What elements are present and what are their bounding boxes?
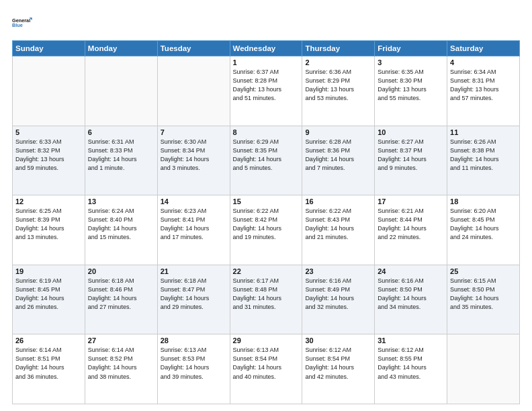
calendar-cell: 27Sunrise: 6:14 AMSunset: 8:52 PMDayligh… [85, 334, 157, 404]
day-info: Sunrise: 6:18 AMSunset: 8:46 PMDaylight:… [88, 277, 154, 312]
day-number: 6 [88, 128, 154, 136]
calendar-week-row: 19Sunrise: 6:19 AMSunset: 8:45 PMDayligh… [13, 265, 520, 334]
calendar-cell [13, 56, 85, 126]
day-info: Sunrise: 6:14 AMSunset: 8:52 PMDaylight:… [88, 346, 154, 381]
calendar-cell: 15Sunrise: 6:22 AMSunset: 8:42 PMDayligh… [230, 195, 302, 265]
calendar-cell: 23Sunrise: 6:16 AMSunset: 8:49 PMDayligh… [302, 265, 375, 334]
day-info: Sunrise: 6:36 AMSunset: 8:29 PMDaylight:… [305, 68, 371, 103]
weekday-header-thursday: Thursday [302, 41, 375, 56]
calendar-cell: 9Sunrise: 6:28 AMSunset: 8:36 PMDaylight… [302, 126, 375, 195]
calendar-cell [157, 56, 230, 126]
day-number: 9 [305, 128, 371, 136]
calendar-cell: 14Sunrise: 6:23 AMSunset: 8:41 PMDayligh… [157, 195, 230, 265]
day-number: 14 [161, 197, 227, 205]
calendar-cell: 22Sunrise: 6:17 AMSunset: 8:48 PMDayligh… [230, 265, 302, 334]
calendar-cell: 19Sunrise: 6:19 AMSunset: 8:45 PMDayligh… [13, 265, 85, 334]
calendar-cell: 26Sunrise: 6:14 AMSunset: 8:51 PMDayligh… [13, 334, 85, 404]
day-info: Sunrise: 6:25 AMSunset: 8:39 PMDaylight:… [15, 207, 82, 242]
calendar-cell: 18Sunrise: 6:20 AMSunset: 8:45 PMDayligh… [447, 195, 520, 265]
day-info: Sunrise: 6:37 AMSunset: 8:28 PMDaylight:… [233, 68, 300, 103]
weekday-header-monday: Monday [85, 41, 157, 56]
day-info: Sunrise: 6:27 AMSunset: 8:37 PMDaylight:… [378, 138, 444, 173]
calendar-week-row: 1Sunrise: 6:37 AMSunset: 8:28 PMDaylight… [13, 56, 520, 126]
day-info: Sunrise: 6:24 AMSunset: 8:40 PMDaylight:… [88, 207, 154, 242]
day-info: Sunrise: 6:21 AMSunset: 8:44 PMDaylight:… [378, 207, 444, 242]
calendar-week-row: 12Sunrise: 6:25 AMSunset: 8:39 PMDayligh… [13, 195, 520, 265]
weekday-header-friday: Friday [375, 41, 447, 56]
day-number: 23 [305, 267, 371, 275]
day-info: Sunrise: 6:16 AMSunset: 8:49 PMDaylight:… [305, 277, 371, 312]
day-info: Sunrise: 6:16 AMSunset: 8:50 PMDaylight:… [378, 277, 444, 312]
calendar-cell: 17Sunrise: 6:21 AMSunset: 8:44 PMDayligh… [375, 195, 447, 265]
calendar-cell: 6Sunrise: 6:31 AMSunset: 8:33 PMDaylight… [85, 126, 157, 195]
calendar-cell: 31Sunrise: 6:12 AMSunset: 8:55 PMDayligh… [375, 334, 447, 404]
day-number: 20 [88, 267, 154, 275]
day-info: Sunrise: 6:30 AMSunset: 8:34 PMDaylight:… [161, 138, 227, 173]
page: GeneralBlue SundayMondayTuesdayWednesday… [0, 0, 532, 411]
day-info: Sunrise: 6:20 AMSunset: 8:45 PMDaylight:… [450, 207, 517, 242]
day-number: 16 [305, 197, 371, 205]
day-info: Sunrise: 6:13 AMSunset: 8:53 PMDaylight:… [161, 346, 227, 381]
calendar-cell: 30Sunrise: 6:12 AMSunset: 8:54 PMDayligh… [302, 334, 375, 404]
calendar-cell: 10Sunrise: 6:27 AMSunset: 8:37 PMDayligh… [375, 126, 447, 195]
calendar-cell: 4Sunrise: 6:34 AMSunset: 8:31 PMDaylight… [447, 56, 520, 126]
day-info: Sunrise: 6:13 AMSunset: 8:54 PMDaylight:… [233, 346, 300, 381]
day-number: 13 [88, 197, 154, 205]
weekday-header-wednesday: Wednesday [230, 41, 302, 56]
weekday-header-sunday: Sunday [13, 41, 85, 56]
day-number: 7 [161, 128, 227, 136]
day-number: 28 [161, 336, 227, 345]
day-info: Sunrise: 6:22 AMSunset: 8:42 PMDaylight:… [233, 207, 300, 242]
day-number: 19 [15, 267, 82, 275]
calendar-cell: 1Sunrise: 6:37 AMSunset: 8:28 PMDaylight… [230, 56, 302, 126]
calendar-cell: 8Sunrise: 6:29 AMSunset: 8:35 PMDaylight… [230, 126, 302, 195]
calendar-cell: 13Sunrise: 6:24 AMSunset: 8:40 PMDayligh… [85, 195, 157, 265]
day-info: Sunrise: 6:22 AMSunset: 8:43 PMDaylight:… [305, 207, 371, 242]
weekday-header-tuesday: Tuesday [157, 41, 230, 56]
day-number: 8 [233, 128, 300, 136]
calendar-header: SundayMondayTuesdayWednesdayThursdayFrid… [13, 41, 520, 56]
day-number: 11 [450, 128, 517, 136]
day-number: 22 [233, 267, 300, 275]
logo-icon: GeneralBlue [12, 12, 34, 34]
calendar-cell: 20Sunrise: 6:18 AMSunset: 8:46 PMDayligh… [85, 265, 157, 334]
calendar-cell: 11Sunrise: 6:26 AMSunset: 8:38 PMDayligh… [447, 126, 520, 195]
header: GeneralBlue [12, 12, 520, 34]
logo: GeneralBlue [12, 12, 34, 34]
day-number: 5 [15, 128, 82, 136]
weekday-header-row: SundayMondayTuesdayWednesdayThursdayFrid… [13, 41, 520, 56]
day-number: 21 [161, 267, 227, 275]
day-info: Sunrise: 6:33 AMSunset: 8:32 PMDaylight:… [15, 138, 82, 173]
calendar-week-row: 5Sunrise: 6:33 AMSunset: 8:32 PMDaylight… [13, 126, 520, 195]
calendar-table: SundayMondayTuesdayWednesdayThursdayFrid… [12, 40, 520, 404]
day-number: 17 [378, 197, 444, 205]
calendar-cell: 29Sunrise: 6:13 AMSunset: 8:54 PMDayligh… [230, 334, 302, 404]
weekday-header-saturday: Saturday [447, 41, 520, 56]
calendar-cell: 21Sunrise: 6:18 AMSunset: 8:47 PMDayligh… [157, 265, 230, 334]
day-number: 4 [450, 58, 517, 66]
calendar-body: 1Sunrise: 6:37 AMSunset: 8:28 PMDaylight… [13, 56, 520, 404]
calendar-cell: 7Sunrise: 6:30 AMSunset: 8:34 PMDaylight… [157, 126, 230, 195]
day-info: Sunrise: 6:35 AMSunset: 8:30 PMDaylight:… [378, 68, 444, 103]
calendar-cell: 3Sunrise: 6:35 AMSunset: 8:30 PMDaylight… [375, 56, 447, 126]
day-info: Sunrise: 6:29 AMSunset: 8:35 PMDaylight:… [233, 138, 300, 173]
calendar-cell: 5Sunrise: 6:33 AMSunset: 8:32 PMDaylight… [13, 126, 85, 195]
day-number: 30 [305, 336, 371, 345]
day-info: Sunrise: 6:28 AMSunset: 8:36 PMDaylight:… [305, 138, 371, 173]
day-number: 3 [378, 58, 444, 66]
calendar-cell [85, 56, 157, 126]
calendar-week-row: 26Sunrise: 6:14 AMSunset: 8:51 PMDayligh… [13, 334, 520, 404]
day-info: Sunrise: 6:14 AMSunset: 8:51 PMDaylight:… [15, 346, 82, 381]
day-number: 29 [233, 336, 300, 345]
calendar-cell: 2Sunrise: 6:36 AMSunset: 8:29 PMDaylight… [302, 56, 375, 126]
svg-text:Blue: Blue [12, 22, 23, 28]
calendar-cell: 25Sunrise: 6:15 AMSunset: 8:50 PMDayligh… [447, 265, 520, 334]
day-info: Sunrise: 6:19 AMSunset: 8:45 PMDaylight:… [15, 277, 82, 312]
day-info: Sunrise: 6:17 AMSunset: 8:48 PMDaylight:… [233, 277, 300, 312]
calendar-cell: 16Sunrise: 6:22 AMSunset: 8:43 PMDayligh… [302, 195, 375, 265]
day-number: 24 [378, 267, 444, 275]
calendar-cell: 12Sunrise: 6:25 AMSunset: 8:39 PMDayligh… [13, 195, 85, 265]
day-info: Sunrise: 6:34 AMSunset: 8:31 PMDaylight:… [450, 68, 517, 103]
day-info: Sunrise: 6:31 AMSunset: 8:33 PMDaylight:… [88, 138, 154, 173]
day-info: Sunrise: 6:15 AMSunset: 8:50 PMDaylight:… [450, 277, 517, 312]
